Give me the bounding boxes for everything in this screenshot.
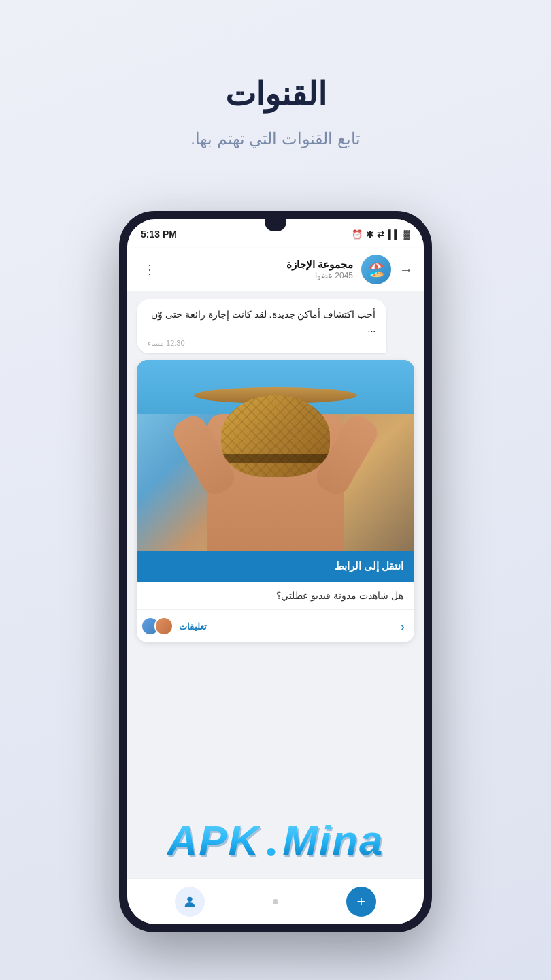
comments-button[interactable]: تعليقات	[146, 617, 207, 636]
profile-nav-button[interactable]	[175, 887, 205, 917]
back-arrow-icon[interactable]: →	[399, 262, 413, 278]
channel-link-bar[interactable]: انتقل إلى الرابط	[137, 551, 414, 582]
message-bubble: أحب اكتشاف أماكن جديدة. لقد كانت إجازة ر…	[137, 299, 386, 353]
page-title: القنوات	[0, 0, 551, 113]
back-chevron-icon[interactable]: ‹	[400, 619, 405, 634]
nav-indicator-dot	[273, 899, 278, 904]
group-avatar: 🏖️	[361, 255, 391, 284]
straw-hat	[194, 387, 357, 477]
comments-label: تعليقات	[179, 621, 207, 632]
chat-header: → 🏖️ مجموعة الإجازة 2045 عضوا ⋮	[127, 248, 424, 291]
watermark-text2: Mina	[282, 817, 384, 864]
bottom-navigation: +	[127, 878, 424, 924]
channel-image	[137, 360, 414, 551]
nav-center	[273, 899, 278, 904]
commenters-avatars	[146, 617, 173, 636]
channel-footer: ‹ تعليقات	[137, 610, 414, 642]
message-time: 12:30 مساء	[148, 339, 375, 348]
watermark-text: APK	[167, 817, 260, 864]
bluetooth-icon: ✱	[366, 229, 373, 240]
battery-icon: ▓	[404, 229, 410, 240]
hat-crown	[221, 395, 330, 477]
hat-weave-pattern	[221, 395, 330, 477]
watermark: APK Mina	[167, 816, 384, 864]
add-nav-button[interactable]: +	[346, 887, 376, 917]
watermark-dot	[267, 848, 276, 856]
more-options-icon[interactable]: ⋮	[144, 262, 156, 277]
wifi-icon: ⇄	[377, 229, 384, 240]
plus-icon: +	[357, 893, 366, 911]
channel-card: انتقل إلى الرابط هل شاهدت مدونة فيديو عط…	[137, 360, 414, 642]
group-info: مجموعة الإجازة 2045 عضوا	[286, 259, 353, 280]
page-background: القنوات تابع القنوات التي تهتم بها. 5:13…	[0, 0, 551, 148]
group-name: مجموعة الإجازة	[286, 259, 353, 271]
group-members-count: 2045 عضوا	[286, 271, 353, 280]
phone-mockup: 5:13 PM ⏰ ✱ ⇄ ▌▌ ▓ → 🏖️	[119, 211, 432, 932]
status-icons: ⏰ ✱ ⇄ ▌▌ ▓	[352, 229, 410, 240]
page-subtitle: تابع القنوات التي تهتم بها.	[0, 129, 551, 148]
hat-band	[221, 454, 330, 463]
chat-body: أحب اكتشاف أماكن جديدة. لقد كانت إجازة ر…	[127, 291, 424, 881]
message-text: أحب اكتشاف أماكن جديدة. لقد كانت إجازة ر…	[148, 308, 375, 336]
channel-question: هل شاهدت مدونة فيديو عطلتي؟	[137, 582, 414, 610]
signal-icon: ▌▌	[388, 229, 400, 240]
commenter-avatar-2	[154, 617, 173, 636]
svg-point-0	[187, 896, 192, 901]
alarm-icon: ⏰	[352, 229, 363, 240]
status-time: 5:13 PM	[141, 229, 177, 240]
